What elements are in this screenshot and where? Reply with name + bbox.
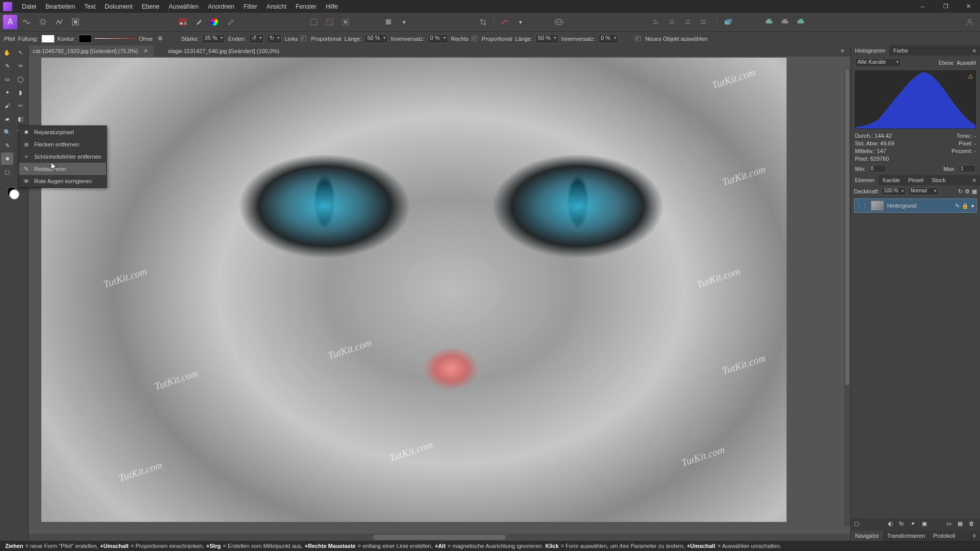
crop-tool-icon[interactable]: ✂ [14,60,27,72]
color-wheel-icon[interactable] [207,15,222,29]
autocontrast-icon[interactable] [498,15,512,29]
vertical-scrollbar[interactable] [844,68,850,527]
select-all-icon[interactable] [307,15,321,29]
gradient-tool-icon[interactable]: ◧ [14,113,27,125]
cloud-up-icon[interactable] [778,15,792,29]
tabs-close-icon[interactable]: × [839,47,846,55]
blendmode-dropdown[interactable]: Normal [908,187,939,195]
align-center-icon[interactable] [665,15,679,29]
delete-icon[interactable]: 🗑 [969,520,977,529]
persona-icon[interactable]: A [3,15,17,29]
addpixel-icon[interactable]: ▦ [958,520,966,529]
flyout-restaurieren[interactable]: ✎Restaurieren [19,163,106,175]
opacity-dropdown[interactable]: 100 % [881,187,906,195]
menu-filter[interactable]: Filter [239,3,262,10]
close-button[interactable]: ✕ [957,0,980,13]
pencil-tool-icon[interactable]: ✏ [14,99,27,112]
tab-stock[interactable]: Stock [927,175,950,185]
horizontal-scrollbar[interactable] [29,534,850,541]
layer-opts-icon[interactable]: ▦ [972,188,977,195]
align-more-icon[interactable] [696,15,710,29]
stroke-settings-icon[interactable]: ⚙ [156,34,165,43]
eyedropper-icon[interactable] [223,15,237,29]
canvas[interactable]: TutKit.com TutKit.com TutKit.com TutKit.… [29,57,850,534]
layer-lock-icon[interactable]: 🔒 [962,203,969,209]
healing-tool-icon[interactable]: ✹ [1,153,13,165]
assistant-icon[interactable] [552,15,566,29]
tab-ebenen[interactable]: Ebenen [851,175,878,185]
max-input[interactable] [959,165,976,172]
menu-fenster[interactable]: Fenster [291,3,321,10]
color-picker-tool-icon[interactable]: ✎ [1,60,13,72]
flyout-reparaturpinsel[interactable]: ✹Reparaturpinsel [19,126,106,138]
persona-export-icon[interactable] [68,15,83,29]
menu-bearbeiten[interactable]: Bearbeiten [41,3,80,10]
account-icon[interactable] [963,15,977,29]
end-right-dropdown[interactable]: ↻ [267,34,282,43]
flyout-schoenheit[interactable]: ✧Schönheitsfehler entfernen [19,151,106,163]
tab-navigator[interactable]: Navigator [851,531,883,541]
menu-datei[interactable]: Datei [17,3,41,10]
photo-swatch-icon[interactable] [176,15,190,29]
fx2-icon[interactable]: fx [899,520,908,529]
align-right-icon[interactable] [680,15,695,29]
minimize-button[interactable]: ─ [911,0,934,13]
panel-menu-icon[interactable]: ≡ [969,45,980,56]
layer-vis-icon[interactable]: ⋮⋮ [856,203,868,209]
prop-right-checkbox[interactable] [472,36,477,41]
cloud-down-icon[interactable] [794,15,808,29]
tab-protokoll[interactable]: Protokoll [929,531,959,541]
hand-tool-icon[interactable]: ✋ [1,46,13,59]
brush-tool-icon[interactable]: 🖌 [1,99,13,112]
menu-dokument[interactable]: Dokument [100,3,137,10]
layer-fx-icon[interactable]: ⚙ [965,188,970,195]
wand-tool-icon[interactable]: ✦ [1,86,13,98]
scope-auswahl[interactable]: Auswahl [957,60,976,66]
newobj-checkbox[interactable] [635,36,641,41]
layer-edit-icon[interactable]: ✎ [955,203,960,209]
min-input[interactable] [869,165,886,172]
autocontrast-dd-icon[interactable]: ▾ [513,15,528,29]
crop-icon[interactable] [476,15,490,29]
stroke-preview[interactable] [95,35,136,42]
layer-visible-icon[interactable]: ● [971,203,974,209]
fg-bg-swatch-icon[interactable] [4,184,19,199]
menu-anordnen[interactable]: Anordnen [203,3,239,10]
thickness-dropdown[interactable]: 35 % [202,34,225,43]
lasso-tool-icon[interactable]: ◯ [14,73,27,85]
align-left-icon[interactable] [649,15,663,29]
cloud-sync-icon[interactable] [762,15,776,29]
persona-tone-icon[interactable] [52,15,66,29]
deselect-icon[interactable] [323,15,337,29]
menu-ebene[interactable]: Ebene [137,3,164,10]
tab-close-icon[interactable]: × [142,47,150,55]
flyout-flecken[interactable]: ⊛Flecken entfernen [19,138,106,151]
menu-text[interactable]: Text [80,3,100,10]
maximize-button[interactable]: ❐ [934,0,957,13]
group-icon[interactable]: ▣ [922,520,930,529]
persona-develop-icon[interactable] [36,15,50,29]
text-tool-icon[interactable]: ✎ [1,139,13,152]
marquee-tool-icon[interactable]: ▭ [1,73,13,85]
addlayer-icon[interactable]: ▭ [946,520,954,529]
channels-dropdown[interactable]: Alle Kanäle [855,58,901,67]
fill-swatch[interactable] [41,35,55,43]
flyout-roteaugen[interactable]: 👁Rote Augen korrigieren [19,175,106,187]
layer-item[interactable]: ⋮⋮ Hintergrund ✎ 🔒 ● [854,198,977,213]
zoom-tool-icon[interactable]: 🔍 [1,126,13,138]
tab-kanaele[interactable]: Kanäle [878,175,904,185]
fill-tool-icon[interactable]: ▰ [1,113,13,125]
tab-pinsel[interactable]: Pinsel [904,175,927,185]
move-tool-icon[interactable]: ↖ [14,46,27,59]
shape-tool-icon[interactable]: ▢ [1,166,13,178]
panel-menu-icon[interactable]: ≡ [969,175,980,185]
mask-icon[interactable]: ▢ [854,520,862,529]
tab-histogramm[interactable]: Histogramm [851,45,889,56]
end-left-dropdown[interactable]: ↺ [249,34,264,43]
scope-ebene[interactable]: Ebene [939,60,953,66]
brush-picker-icon[interactable] [191,15,206,29]
tab-transformieren[interactable]: Transformieren [883,531,929,541]
arrange-icon[interactable] [721,15,736,29]
length-right-dropdown[interactable]: 50 % [535,34,558,43]
menu-hilfe[interactable]: Hilfe [321,3,342,10]
